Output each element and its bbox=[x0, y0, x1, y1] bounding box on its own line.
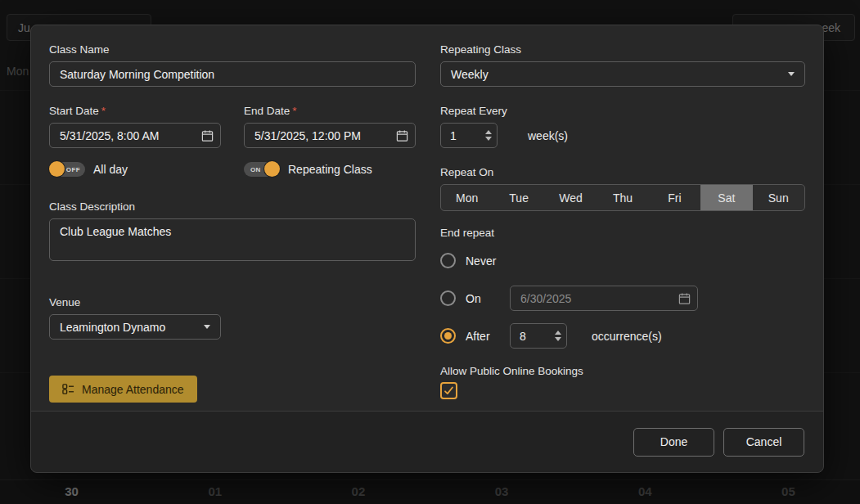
occurrence-spinner[interactable]: 8 bbox=[510, 323, 567, 349]
end-repeat-group: End repeat Never On bbox=[440, 227, 805, 349]
venue-label: Venue bbox=[49, 296, 416, 308]
manage-attendance-label: Manage Attendance bbox=[82, 383, 184, 396]
end-date-label-text: End Date bbox=[244, 105, 290, 117]
dialog-footer: Done Cancel bbox=[31, 411, 823, 472]
end-date-group: End Date* bbox=[244, 105, 416, 148]
spinner-down-icon[interactable] bbox=[555, 337, 561, 341]
repeat-every-value: 1 bbox=[441, 124, 480, 147]
repeat-on-label: Repeat On bbox=[440, 166, 805, 178]
venue-select[interactable]: Leamington Dynamo bbox=[49, 314, 221, 340]
calendar-icon[interactable] bbox=[678, 292, 691, 304]
required-asterisk: * bbox=[292, 105, 296, 117]
day-button-wed[interactable]: Wed bbox=[545, 185, 597, 210]
repeating-class-group: Repeating Class Weekly bbox=[440, 43, 805, 87]
spinner-up-icon[interactable] bbox=[555, 331, 561, 335]
cancel-button[interactable]: Cancel bbox=[723, 428, 804, 457]
occurrence-unit: occurrence(s) bbox=[592, 330, 662, 343]
toggle-knob bbox=[49, 161, 65, 177]
end-repeat-on-row: On bbox=[440, 286, 805, 311]
class-name-group: Class Name bbox=[49, 43, 416, 87]
end-date-input[interactable] bbox=[244, 123, 416, 148]
day-button-fri[interactable]: Fri bbox=[649, 185, 700, 210]
repeating-class-value: Weekly bbox=[451, 68, 489, 81]
day-button-thu[interactable]: Thu bbox=[597, 185, 648, 210]
public-bookings-group: Allow Public Online Bookings bbox=[440, 365, 805, 399]
venue-group: Venue Leamington Dynamo bbox=[49, 296, 416, 340]
check-icon bbox=[444, 385, 454, 396]
class-name-label: Class Name bbox=[49, 43, 416, 56]
start-date-label: Start Date* bbox=[49, 105, 221, 117]
day-button-mon[interactable]: Mon bbox=[441, 185, 493, 210]
day-button-sat[interactable]: Sat bbox=[700, 185, 752, 210]
never-radio[interactable] bbox=[440, 253, 456, 268]
public-bookings-checkbox[interactable] bbox=[440, 382, 457, 399]
spinner-arrows[interactable] bbox=[480, 124, 497, 147]
date-row: Start Date* End Date* bbox=[49, 105, 416, 148]
dialog-left-column: Class Name Start Date* bbox=[49, 43, 416, 393]
day-button-sun[interactable]: Sun bbox=[753, 185, 804, 210]
all-day-label: All day bbox=[93, 163, 128, 176]
spinner-arrows[interactable] bbox=[549, 324, 566, 348]
chevron-down-icon bbox=[788, 72, 795, 76]
all-day-switch[interactable]: OFF bbox=[49, 162, 85, 177]
repeating-class-select[interactable]: Weekly bbox=[440, 61, 805, 87]
end-repeat-after-row: After 8 occurrence(s) bbox=[440, 323, 805, 349]
done-button[interactable]: Done bbox=[633, 428, 714, 457]
day-button-tue[interactable]: Tue bbox=[493, 185, 544, 210]
calendar-icon[interactable] bbox=[201, 129, 214, 142]
all-day-toggle[interactable]: OFF All day bbox=[49, 162, 128, 177]
after-radio[interactable] bbox=[440, 328, 456, 344]
toggle-state-text: ON bbox=[250, 166, 261, 173]
calendar-icon[interactable] bbox=[396, 129, 408, 142]
never-label: Never bbox=[466, 254, 500, 268]
repeating-class-label: Repeating Class bbox=[440, 43, 805, 56]
class-description-group: Class Description Club League Matches bbox=[49, 200, 416, 264]
repeating-class-switch[interactable]: ON bbox=[244, 162, 280, 177]
occurrence-value: 8 bbox=[511, 324, 549, 348]
repeat-on-day-group: Mon Tue Wed Thu Fri Sat Sun bbox=[440, 184, 805, 211]
toggle-knob bbox=[264, 161, 280, 177]
toggle-row: OFF All day ON Repeating Class bbox=[49, 162, 416, 177]
repeat-on-group: Repeat On Mon Tue Wed Thu Fri Sat Sun bbox=[440, 166, 805, 211]
dialog-body: Class Name Start Date* bbox=[31, 25, 823, 411]
spinner-down-icon[interactable] bbox=[485, 137, 492, 141]
end-date-label: End Date* bbox=[244, 105, 416, 117]
repeat-every-spinner[interactable]: 1 bbox=[440, 123, 498, 148]
toggle-state-text: OFF bbox=[66, 166, 80, 173]
repeat-every-unit: week(s) bbox=[528, 129, 568, 142]
repeating-class-toggle-label: Repeating Class bbox=[288, 163, 372, 176]
after-label: After bbox=[466, 330, 500, 343]
start-date-label-text: Start Date bbox=[49, 105, 99, 117]
start-date-input[interactable] bbox=[49, 123, 221, 148]
class-description-label: Class Description bbox=[49, 200, 416, 213]
manage-attendance-button[interactable]: Manage Attendance bbox=[49, 376, 197, 403]
dialog-right-column: Repeating Class Weekly Repeat Every 1 bbox=[440, 43, 805, 393]
end-repeat-label: End repeat bbox=[440, 227, 805, 239]
repeating-class-toggle[interactable]: ON Repeating Class bbox=[244, 162, 372, 177]
venue-value: Leamington Dynamo bbox=[60, 321, 165, 334]
required-asterisk: * bbox=[101, 105, 106, 117]
end-repeat-never-row: Never bbox=[440, 248, 805, 273]
on-label: On bbox=[466, 292, 500, 305]
attendance-list-icon bbox=[62, 383, 74, 395]
class-editor-dialog: Class Name Start Date* bbox=[30, 25, 824, 473]
class-description-input[interactable]: Club League Matches bbox=[49, 218, 416, 261]
chevron-down-icon bbox=[204, 325, 210, 329]
spinner-up-icon[interactable] bbox=[485, 130, 492, 134]
public-bookings-label: Allow Public Online Bookings bbox=[440, 365, 805, 377]
repeat-every-group: Repeat Every 1 week(s) bbox=[440, 105, 805, 148]
on-radio[interactable] bbox=[440, 290, 456, 306]
start-date-group: Start Date* bbox=[49, 105, 221, 148]
class-name-input[interactable] bbox=[49, 61, 416, 87]
end-repeat-on-date-input[interactable] bbox=[510, 286, 698, 311]
repeat-every-label: Repeat Every bbox=[440, 105, 805, 117]
